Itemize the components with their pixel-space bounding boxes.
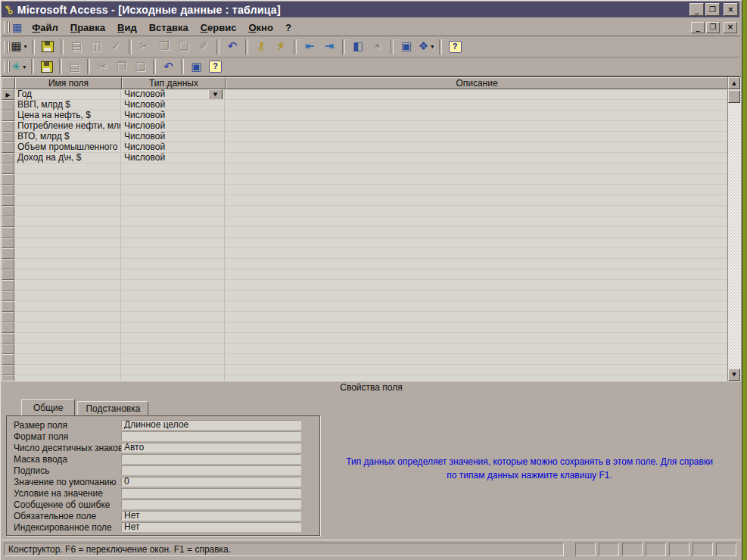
data-type-cell[interactable] [121, 365, 225, 375]
field-name-cell[interactable]: Год [14, 89, 121, 100]
row-selector[interactable] [2, 163, 14, 174]
description-cell[interactable] [225, 365, 728, 375]
row-selector[interactable] [2, 280, 14, 291]
dropdown-caret-icon[interactable]: ▾ [23, 64, 26, 70]
row-selector[interactable] [2, 375, 14, 381]
field-name-cell[interactable] [14, 227, 121, 238]
menu-item-help[interactable]: ? [279, 21, 297, 34]
row-selector[interactable] [2, 142, 14, 153]
new-table-button[interactable]: ✳▾ [9, 59, 28, 75]
description-cell[interactable] [225, 344, 728, 354]
data-type-cell[interactable]: Числовой [121, 153, 225, 163]
field-name-cell[interactable] [14, 269, 121, 280]
data-type-cell[interactable] [121, 259, 225, 269]
description-cell[interactable] [225, 206, 728, 216]
data-type-cell[interactable] [121, 185, 225, 195]
field-name-cell[interactable] [14, 206, 121, 216]
field-name-cell[interactable] [14, 333, 121, 344]
row-selector[interactable] [2, 301, 14, 312]
data-type-cell[interactable] [121, 333, 225, 344]
description-cell[interactable] [225, 227, 728, 238]
data-type-cell[interactable] [121, 354, 225, 365]
data-type-cell[interactable] [121, 163, 225, 174]
toolbar-grip[interactable] [4, 61, 8, 73]
field-name-cell[interactable] [14, 375, 121, 381]
description-cell[interactable] [225, 110, 728, 121]
field-name-cell[interactable]: ВТО, млрд $ [14, 132, 121, 142]
database-window-button[interactable]: ▣ [397, 38, 416, 55]
row-selector[interactable] [2, 100, 14, 110]
row-selector[interactable] [2, 195, 14, 206]
property-input[interactable]: Длинное целое [121, 420, 301, 430]
description-cell[interactable] [225, 174, 728, 185]
field-name-cell[interactable]: Объем промышленного прои [14, 142, 121, 153]
field-name-cell[interactable] [14, 248, 121, 259]
scrollbar-thumb[interactable] [728, 90, 740, 103]
minimize-button[interactable]: _ [689, 3, 704, 16]
row-selector[interactable] [2, 227, 14, 238]
scroll-up-button[interactable]: ▲ [728, 77, 740, 89]
row-selector[interactable] [2, 291, 14, 301]
indexes-button[interactable]: ⚡ [271, 38, 291, 55]
row-selector[interactable] [2, 365, 14, 375]
row-selector[interactable] [2, 132, 14, 142]
description-cell[interactable] [225, 280, 728, 291]
field-name-cell[interactable] [14, 259, 121, 269]
data-type-cell[interactable] [121, 248, 225, 259]
mdi-minimize-button[interactable]: _ [691, 22, 705, 33]
data-type-cell[interactable]: Числовой [121, 110, 225, 121]
data-type-cell[interactable] [121, 301, 225, 312]
row-selector[interactable] [2, 312, 14, 322]
field-name-cell[interactable]: ВВП, млрд $ [14, 100, 121, 110]
field-name-cell[interactable] [14, 291, 121, 301]
view-design-button[interactable]: ▦▾ [9, 38, 29, 55]
description-cell[interactable] [225, 132, 728, 142]
dropdown-caret-icon[interactable]: ▾ [431, 43, 434, 50]
new-object-button[interactable]: ❖▾ [416, 38, 436, 55]
property-input[interactable]: Нет [121, 522, 301, 532]
row-selector[interactable] [2, 333, 14, 344]
help-button[interactable]: ? [206, 59, 225, 75]
property-input[interactable]: 0 [121, 477, 301, 487]
menu-item-window[interactable]: Окно [242, 21, 279, 34]
primary-key-button[interactable]: ⚷ [251, 38, 271, 55]
row-selector[interactable] [2, 269, 14, 280]
field-name-cell[interactable]: Цена на нефть, $ [14, 110, 121, 121]
data-type-cell[interactable]: Числовой [121, 142, 225, 153]
description-cell[interactable] [225, 121, 728, 132]
row-selector[interactable]: ▶ [2, 89, 14, 100]
menu-item-insert[interactable]: Вставка [143, 21, 195, 34]
row-selector[interactable] [2, 185, 14, 195]
description-cell[interactable] [225, 216, 728, 227]
data-type-cell[interactable] [121, 174, 225, 185]
dropdown-caret-icon[interactable]: ▾ [24, 43, 27, 50]
description-cell[interactable] [225, 269, 728, 280]
row-selector[interactable] [2, 216, 14, 227]
database-window-button[interactable]: ▣ [187, 59, 206, 75]
data-type-cell[interactable] [121, 312, 225, 322]
row-selector[interactable] [2, 238, 14, 248]
close-button[interactable]: × [724, 3, 738, 16]
property-input[interactable]: Нет [121, 511, 301, 521]
menu-item-edit[interactable]: Правка [64, 21, 111, 34]
data-type-cell[interactable] [121, 322, 225, 333]
scroll-down-button[interactable]: ▼ [728, 369, 740, 381]
delete-rows-button[interactable]: ⇥ [319, 38, 339, 55]
tab-lookup[interactable]: Подстановка [77, 401, 148, 415]
row-selector[interactable] [2, 174, 14, 185]
vertical-scrollbar[interactable]: ▲ ▼ [727, 77, 741, 381]
row-selector[interactable] [2, 322, 14, 333]
undo-button[interactable]: ↶ [159, 59, 178, 75]
data-type-cell[interactable] [121, 206, 225, 216]
field-name-cell[interactable] [14, 216, 121, 227]
row-selector[interactable] [2, 344, 14, 354]
field-name-cell[interactable]: Потребление нефти, млн т [14, 121, 121, 132]
undo-button[interactable]: ↶ [223, 38, 242, 55]
field-name-cell[interactable] [14, 312, 121, 322]
mdi-close-button[interactable]: × [724, 22, 737, 33]
field-name-cell[interactable] [14, 280, 121, 291]
description-cell[interactable] [225, 153, 728, 163]
property-input[interactable] [121, 488, 301, 498]
description-cell[interactable] [225, 248, 728, 259]
field-name-cell[interactable] [14, 163, 121, 174]
